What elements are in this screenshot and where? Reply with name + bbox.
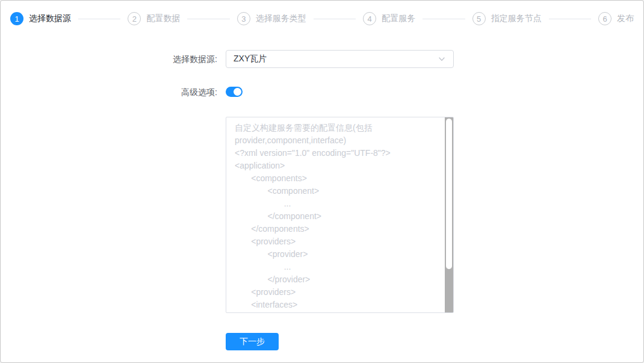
config-placeholder-text: 自定义构建服务需要的配置信息(包括 provider,component,int… <box>235 122 440 311</box>
step-2-circle: 2 <box>128 12 141 25</box>
toggle-knob <box>234 88 241 96</box>
step-3-label: 选择服务类型 <box>256 13 306 24</box>
step-6-label: 发布 <box>617 13 634 24</box>
step-connector <box>314 19 356 19</box>
step-1-select-datasource: 1 选择数据源 <box>10 12 71 25</box>
step-3-select-service-type: 3 选择服务类型 <box>237 12 306 25</box>
service-publish-wizard: 1 选择数据源 2 配置数据 3 选择服务类型 4 配置服务 5 指定服务节点 … <box>0 0 644 363</box>
datasource-selected-value: ZXY瓦片 <box>234 54 267 64</box>
advanced-options-label: 高级选项: <box>1 87 217 98</box>
step-connector <box>423 19 465 19</box>
config-textarea[interactable]: 自定义构建服务需要的配置信息(包括 provider,component,int… <box>226 117 454 313</box>
step-connector <box>187 19 229 19</box>
config-row: 自定义构建服务需要的配置信息(包括 provider,component,int… <box>1 117 643 313</box>
step-6-publish: 6 发布 <box>598 12 634 25</box>
steps-bar: 1 选择数据源 2 配置数据 3 选择服务类型 4 配置服务 5 指定服务节点 … <box>1 1 643 25</box>
scrollbar-thumb[interactable] <box>446 119 452 269</box>
step-4-circle: 4 <box>363 12 376 25</box>
step-5-label: 指定服务节点 <box>491 13 542 24</box>
datasource-label: 选择数据源: <box>1 50 217 68</box>
step-4-configure-service: 4 配置服务 <box>363 12 415 25</box>
step-3-circle: 3 <box>237 12 250 25</box>
step-5-specify-service-node: 5 指定服务节点 <box>472 12 542 25</box>
step-1-circle: 1 <box>10 12 23 25</box>
step-2-label: 配置数据 <box>146 13 180 24</box>
step-5-circle: 5 <box>472 12 486 25</box>
step-1-label: 选择数据源 <box>29 13 71 24</box>
next-step-button[interactable]: 下一步 <box>226 333 279 350</box>
actions-row: 下一步 <box>1 333 643 350</box>
step-4-label: 配置服务 <box>382 13 415 24</box>
datasource-row: 选择数据源: ZXY瓦片 <box>1 50 643 68</box>
chevron-down-icon <box>438 55 446 63</box>
datasource-form: 选择数据源: ZXY瓦片 高级选项: 自定义构建服务需要的配置信息(包括 pro… <box>1 50 643 350</box>
scrollbar-track[interactable] <box>445 117 453 312</box>
step-2-configure-data: 2 配置数据 <box>128 12 180 25</box>
advanced-options-toggle[interactable] <box>226 87 243 97</box>
step-connector <box>549 19 591 19</box>
datasource-select[interactable]: ZXY瓦片 <box>226 50 454 68</box>
step-connector <box>78 19 120 19</box>
advanced-options-row: 高级选项: <box>1 87 643 98</box>
step-6-circle: 6 <box>598 12 611 25</box>
